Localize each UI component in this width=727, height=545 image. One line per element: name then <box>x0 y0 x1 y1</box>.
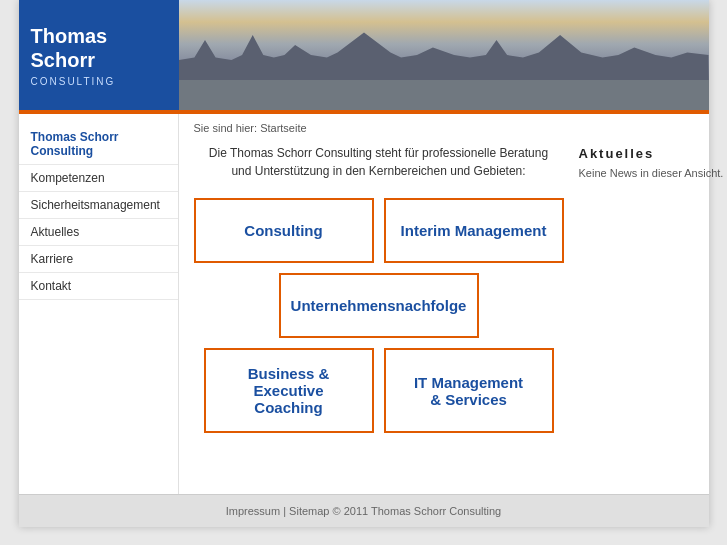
page-wrapper: Thomas Schorr CONSULTING Thomas Schorr C… <box>0 0 727 545</box>
sidebar-item-kontakt[interactable]: Kontakt <box>19 273 178 300</box>
aktuelles-col: Aktuelles Keine News in dieser Ansicht. <box>579 144 728 433</box>
service-consulting[interactable]: Consulting <box>194 198 374 263</box>
service-business-coaching[interactable]: Business & Executive Coaching <box>204 348 374 433</box>
aktuelles-text: Keine News in dieser Ansicht. <box>579 167 728 179</box>
sidebar-item-kompetenzen[interactable]: Kompetenzen <box>19 165 178 192</box>
header-image-bg <box>179 0 709 110</box>
service-unternehmensnachfolge[interactable]: Unternehmensnachfolge <box>279 273 479 338</box>
inner-wrapper: Thomas Schorr CONSULTING Thomas Schorr C… <box>19 0 709 527</box>
aktuelles-title: Aktuelles <box>579 146 728 161</box>
sidebar: Thomas Schorr Consulting Kompetenzen Sic… <box>19 114 179 494</box>
services-row-2: Unternehmensnachfolge <box>279 273 479 338</box>
sidebar-item-thomas-schorr[interactable]: Thomas Schorr Consulting <box>19 124 178 165</box>
service-interim-management[interactable]: Interim Management <box>384 198 564 263</box>
content-left: Die Thomas Schorr Consulting steht für p… <box>194 144 564 433</box>
services-row-3: Business & Executive Coaching IT Managem… <box>204 348 554 433</box>
breadcrumb: Sie sind hier: Startseite <box>194 122 728 134</box>
logo-subtitle: CONSULTING <box>31 76 167 87</box>
service-it-management[interactable]: IT Management & Services <box>384 348 554 433</box>
sidebar-item-aktuelles[interactable]: Aktuelles <box>19 219 178 246</box>
footer: Impressum | Sitemap © 2011 Thomas Schorr… <box>19 494 709 527</box>
services-grid: Consulting Interim Management Unternehme… <box>194 198 564 433</box>
logo-title: Thomas Schorr <box>31 24 167 72</box>
header-logo: Thomas Schorr CONSULTING <box>19 0 179 110</box>
footer-text: Impressum | Sitemap © 2011 Thomas Schorr… <box>226 505 502 517</box>
header-image <box>179 0 709 110</box>
intro-text: Die Thomas Schorr Consulting steht für p… <box>194 144 564 180</box>
header: Thomas Schorr CONSULTING <box>19 0 709 110</box>
sidebar-item-karriere[interactable]: Karriere <box>19 246 178 273</box>
services-row-1: Consulting Interim Management <box>194 198 564 263</box>
body-layout: Thomas Schorr Consulting Kompetenzen Sic… <box>19 114 709 494</box>
sidebar-item-sicherheitsmanagement[interactable]: Sicherheitsmanagement <box>19 192 178 219</box>
main-content: Sie sind hier: Startseite Die Thomas Sch… <box>179 114 728 494</box>
content-area: Die Thomas Schorr Consulting steht für p… <box>194 144 728 433</box>
